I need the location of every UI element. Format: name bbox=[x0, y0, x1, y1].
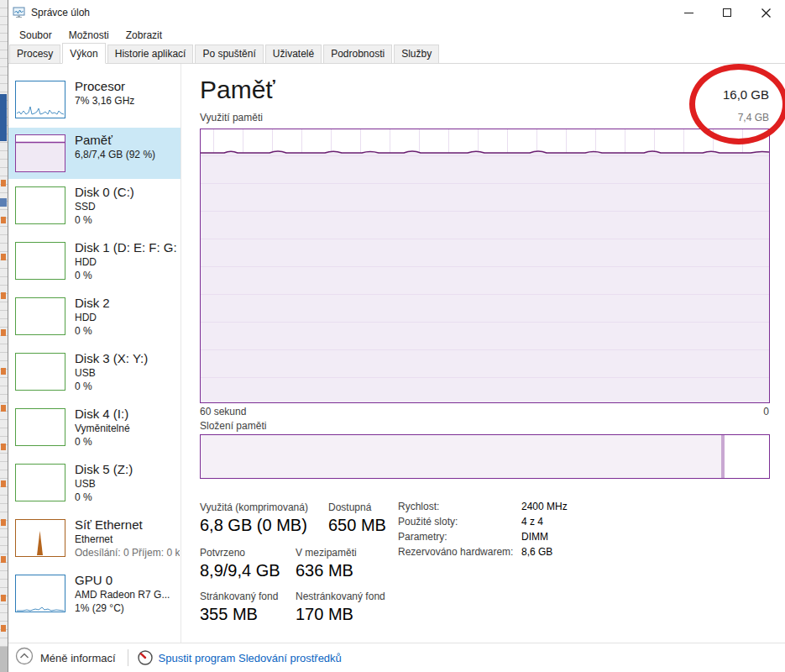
disk4-mini-graph bbox=[15, 408, 65, 446]
sidebar-item-disk1[interactable]: Disk 1 (D: E: F: G: H HDD 0 % bbox=[8, 235, 181, 289]
gpu-mini-graph bbox=[15, 575, 65, 612]
sidebar-memory-title: Paměť bbox=[75, 132, 180, 148]
stat-paged-pool-label: Stránkovaný fond bbox=[200, 591, 278, 602]
resource-monitor-icon bbox=[137, 649, 154, 666]
stat-used-label: Využitá (komprimovaná) bbox=[200, 501, 308, 513]
composition-in-use-segment bbox=[201, 435, 721, 478]
sidebar-disk0-usage: 0 % bbox=[75, 213, 180, 227]
detail-form-factor-value: DIMM bbox=[521, 531, 548, 543]
sidebar-disk3-type: USB bbox=[75, 366, 180, 380]
stat-used-value: 6,8 GB (0 MB) bbox=[200, 516, 307, 535]
memory-mini-graph bbox=[15, 134, 65, 172]
sidebar-disk2-title: Disk 2 bbox=[75, 295, 180, 311]
sidebar-disk3-title: Disk 3 (X: Y:) bbox=[75, 350, 180, 366]
detail-slots-value: 4 z 4 bbox=[521, 516, 543, 528]
sidebar-disk4-type: Vyměnitelné bbox=[75, 422, 180, 435]
detail-slots-label: Použité sloty: bbox=[398, 516, 458, 528]
performance-sidebar: Procesor 7% 3,16 GHz Paměť 6,8/7,4 GB (9… bbox=[8, 64, 181, 643]
stat-available-value: 650 MB bbox=[328, 516, 386, 535]
sidebar-disk5-type: USB bbox=[75, 477, 180, 491]
sidebar-disk5-title: Disk 5 (Z:) bbox=[75, 461, 180, 477]
memory-usage-graph[interactable] bbox=[200, 129, 770, 403]
sidebar-memory-stats: 6,8/7,4 GB (92 %) bbox=[75, 148, 180, 161]
minimize-icon bbox=[684, 13, 693, 13]
performance-tab-content: Procesor 7% 3,16 GHz Paměť 6,8/7,4 GB (9… bbox=[8, 64, 785, 643]
graph-zero-label: 0 bbox=[763, 406, 769, 417]
detail-hw-reserved-value: 8,6 GB bbox=[521, 546, 552, 558]
sidebar-ethernet-type: Ethernet bbox=[75, 533, 180, 546]
sidebar-disk1-usage: 0 % bbox=[75, 269, 180, 282]
sidebar-gpu-title: GPU 0 bbox=[75, 572, 180, 588]
sidebar-item-disk2[interactable]: Disk 2 HDD 0 % bbox=[8, 291, 181, 344]
page-title: Paměť bbox=[200, 76, 275, 104]
tab-procesy[interactable]: Procesy bbox=[9, 45, 60, 63]
desktop-blue-block bbox=[0, 94, 7, 141]
sidebar-disk4-title: Disk 4 (I:) bbox=[75, 406, 180, 422]
desktop-taskbar-edge bbox=[0, 647, 8, 672]
tab-podrobnosti[interactable]: Podrobnosti bbox=[323, 45, 392, 63]
desktop-blue-block-2 bbox=[0, 198, 7, 207]
disk5-mini-graph bbox=[15, 464, 65, 501]
tab-po-spusteni[interactable]: Po spuštění bbox=[195, 45, 263, 63]
sidebar-item-disk0[interactable]: Disk 0 (C:) SSD 0 % bbox=[8, 180, 181, 234]
sidebar-item-disk3[interactable]: Disk 3 (X: Y:) USB 0 % bbox=[8, 346, 181, 400]
usage-graph-max: 7,4 GB bbox=[738, 112, 769, 123]
tab-uzivatele[interactable]: Uživatelé bbox=[265, 45, 322, 63]
stat-committed-value: 8,9/9,4 GB bbox=[200, 561, 280, 580]
tab-sluzby[interactable]: Služby bbox=[394, 45, 439, 63]
detail-form-factor-label: Parametry: bbox=[398, 531, 447, 543]
detail-speed-value: 2400 MHz bbox=[521, 501, 568, 512]
sidebar-ethernet-traffic: Odesílání: 0 Příjem: 0 kb bbox=[75, 546, 180, 559]
sidebar-disk2-type: HDD bbox=[75, 311, 180, 324]
sidebar-disk4-usage: 0 % bbox=[75, 435, 180, 449]
total-memory-value: 16,0 GB bbox=[723, 87, 769, 102]
stat-cached-label: V mezipaměti bbox=[296, 547, 357, 559]
tab-vykon[interactable]: Výkon bbox=[62, 43, 105, 64]
desktop-behind-window bbox=[0, 0, 8, 672]
menu-soubor[interactable]: Soubor bbox=[11, 26, 60, 45]
maximize-button[interactable] bbox=[708, 0, 746, 25]
usage-graph-label: Využití paměti bbox=[200, 112, 263, 123]
minimize-button[interactable] bbox=[669, 0, 708, 25]
memory-composition-bar[interactable] bbox=[200, 434, 770, 479]
composition-free-segment bbox=[725, 435, 769, 478]
menu-zobrazit[interactable]: Zobrazit bbox=[118, 26, 170, 45]
menu-moznosti[interactable]: Možnosti bbox=[60, 26, 118, 45]
title-bar: Správce úloh bbox=[8, 0, 785, 25]
disk0-mini-graph bbox=[15, 186, 65, 224]
sidebar-disk5-usage: 0 % bbox=[75, 491, 180, 504]
sidebar-disk1-title: Disk 1 (D: E: F: G: H bbox=[75, 239, 180, 255]
sidebar-cpu-stats: 7% 3,16 GHz bbox=[75, 94, 180, 108]
sidebar-item-gpu[interactable]: GPU 0 AMD Radeon R7 G... 1% (29 °C) bbox=[8, 568, 181, 622]
open-resource-monitor-link[interactable]: Spustit program Sledování prostředků bbox=[159, 652, 342, 664]
sidebar-item-memory[interactable]: Paměť 6,8/7,4 GB (92 %) bbox=[8, 128, 181, 179]
sidebar-item-cpu[interactable]: Procesor 7% 3,16 GHz bbox=[8, 74, 181, 126]
stat-nonpaged-pool-label: Nestránkovaný fond bbox=[296, 591, 385, 602]
footer-separator bbox=[128, 649, 128, 666]
menu-bar: Soubor Možnosti Zobrazit bbox=[8, 25, 785, 45]
sidebar-cpu-title: Procesor bbox=[75, 78, 180, 94]
less-info-label[interactable]: Méně informací bbox=[40, 652, 116, 664]
task-manager-window: Správce úloh Soubor Možnosti Zobrazit Pr… bbox=[8, 0, 785, 672]
sidebar-item-disk5[interactable]: Disk 5 (Z:) USB 0 % bbox=[8, 457, 181, 511]
stat-paged-pool-value: 355 MB bbox=[200, 605, 258, 624]
sidebar-disk1-type: HDD bbox=[75, 255, 180, 269]
sidebar-ethernet-title: Síť Ethernet bbox=[75, 517, 180, 533]
composition-label: Složení paměti bbox=[200, 420, 266, 432]
sidebar-item-disk4[interactable]: Disk 4 (I:) Vyměnitelné 0 % bbox=[8, 402, 181, 455]
window-title: Správce úloh bbox=[31, 7, 90, 18]
stat-nonpaged-pool-value: 170 MB bbox=[296, 605, 353, 624]
detail-hw-reserved-label: Rezervováno hardwarem: bbox=[398, 546, 513, 558]
close-icon bbox=[761, 8, 771, 18]
sidebar-item-ethernet[interactable]: Síť Ethernet Ethernet Odesílání: 0 Příje… bbox=[8, 512, 181, 566]
sidebar-disk0-type: SSD bbox=[75, 200, 180, 213]
tab-historie-aplikaci[interactable]: Historie aplikací bbox=[107, 45, 194, 63]
sidebar-disk3-usage: 0 % bbox=[75, 380, 180, 393]
close-button[interactable] bbox=[746, 0, 785, 25]
stat-committed-label: Potvrzeno bbox=[200, 547, 245, 559]
less-info-button[interactable] bbox=[15, 647, 34, 669]
stat-cached-value: 636 MB bbox=[296, 561, 353, 580]
maximize-icon bbox=[723, 8, 731, 17]
stat-available-label: Dostupná bbox=[328, 501, 371, 513]
cpu-mini-graph bbox=[15, 81, 65, 118]
